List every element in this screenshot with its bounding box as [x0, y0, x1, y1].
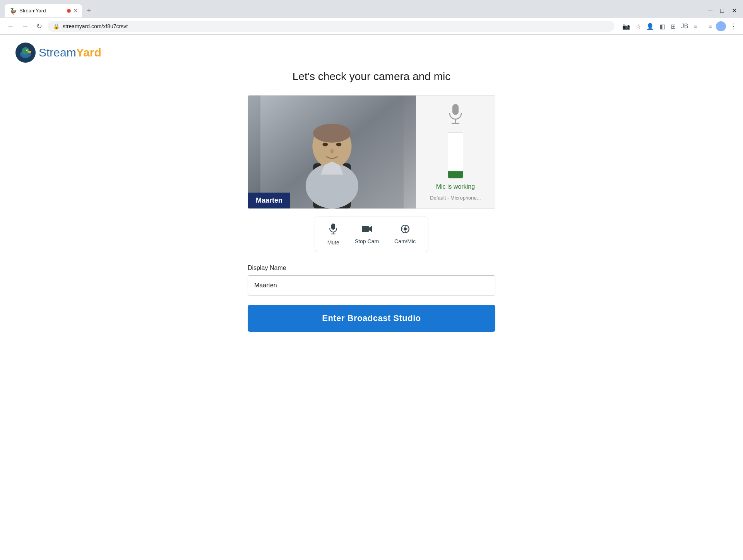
controls-bar: Mute Stop Cam	[315, 217, 429, 252]
profile-icon[interactable]: 👤	[645, 21, 656, 32]
svg-point-5	[27, 50, 27, 51]
new-tab-button[interactable]: +	[82, 3, 96, 18]
stop-cam-control[interactable]: Stop Cam	[355, 224, 379, 244]
mic-panel-icon	[447, 103, 464, 128]
enter-studio-button[interactable]: Enter Broadcast Studio	[248, 305, 495, 332]
user-avatar[interactable]	[716, 21, 726, 31]
camera-toolbar-icon[interactable]: 📷	[621, 21, 632, 32]
address-bar-row: ← → ↻ 🔒 streamyard.com/xf8u7crsvt 📷 ☆ 👤 …	[0, 18, 743, 35]
stop-cam-icon	[361, 224, 372, 236]
logo-text: StreamYard	[39, 46, 101, 59]
cam-mic-container: Maarten Mic is working Default - Microph…	[248, 95, 495, 209]
tab-favicon: 🦆	[9, 7, 16, 14]
minimize-button[interactable]: ─	[708, 8, 712, 14]
person-figure	[248, 96, 416, 208]
streamyard-header: StreamYard	[0, 35, 743, 70]
toolbar-icons: 📷 ☆ 👤 ◧ ⊞ JB ≡ ≡ ⋮	[621, 20, 738, 32]
cam-mic-control[interactable]: Cam/Mic	[394, 224, 416, 244]
display-name-label: Display Name	[248, 265, 495, 271]
display-name-input[interactable]	[248, 275, 495, 295]
svg-point-12	[323, 143, 328, 147]
svg-rect-21	[362, 226, 369, 232]
cam-preview: Maarten	[248, 96, 416, 208]
cam-mic-icon	[401, 224, 410, 236]
logo-yard: Yard	[76, 46, 101, 59]
streamyard-logo: StreamYard	[15, 43, 101, 63]
extension-3-icon[interactable]: JB	[680, 21, 690, 31]
title-bar: 🦆 StreamYard × + ─ □ ✕	[0, 0, 743, 18]
mic-panel: Mic is working Default - Microphone...	[416, 96, 495, 208]
mic-device-text: Default - Microphone...	[430, 195, 481, 201]
name-badge: Maarten	[248, 193, 290, 208]
tab-record-dot	[67, 9, 71, 13]
mute-control[interactable]: Mute	[327, 223, 339, 246]
svg-point-13	[336, 143, 342, 147]
extension-2-icon[interactable]: ⊞	[669, 21, 677, 32]
mic-level-fill	[448, 171, 463, 178]
cam-mic-label: Cam/Mic	[394, 238, 416, 244]
address-field[interactable]: 🔒 streamyard.com/xf8u7crsvt	[48, 21, 615, 32]
lock-icon: 🔒	[53, 23, 60, 29]
mic-level-bar	[448, 132, 463, 179]
tab-title: StreamYard	[19, 8, 64, 14]
svg-point-14	[330, 149, 334, 154]
forward-button[interactable]: →	[19, 21, 31, 32]
browser-tab[interactable]: 🦆 StreamYard ×	[5, 4, 82, 17]
browser-chrome: 🦆 StreamYard × + ─ □ ✕ ← → ↻ 🔒 streamyar…	[0, 0, 743, 35]
streamyard-logo-icon	[15, 43, 36, 63]
url-text: streamyard.com/xf8u7crsvt	[63, 23, 128, 29]
refresh-button[interactable]: ↻	[34, 20, 45, 32]
page-title: Let's check your camera and mic	[293, 70, 450, 83]
extension-1-icon[interactable]: ◧	[658, 21, 667, 32]
svg-rect-15	[452, 104, 459, 115]
window-controls: ─ □ ✕	[708, 8, 738, 14]
svg-rect-18	[331, 224, 335, 230]
svg-point-11	[313, 124, 351, 143]
stop-cam-label: Stop Cam	[355, 238, 379, 244]
toolbar-separator	[703, 22, 703, 30]
mute-label: Mute	[327, 239, 339, 246]
svg-point-23	[404, 227, 407, 230]
list-icon[interactable]: ≡	[707, 21, 714, 31]
logo-stream: Stream	[39, 46, 76, 59]
tab-close-button[interactable]: ×	[74, 8, 77, 14]
mute-icon	[329, 223, 338, 237]
back-button[interactable]: ←	[5, 21, 16, 32]
close-window-button[interactable]: ✕	[732, 8, 737, 14]
maximize-button[interactable]: □	[720, 8, 724, 14]
page: StreamYard Let's check your camera and m…	[0, 35, 743, 560]
main-content: Let's check your camera and mic	[240, 70, 503, 332]
extension-4-icon[interactable]: ≡	[692, 21, 698, 31]
display-name-section: Display Name	[248, 265, 495, 295]
mic-working-text: Mic is working	[436, 183, 475, 190]
video-placeholder	[248, 96, 416, 208]
browser-menu-button[interactable]: ⋮	[728, 20, 738, 32]
svg-point-3	[27, 51, 31, 53]
bookmark-icon[interactable]: ☆	[634, 21, 642, 32]
